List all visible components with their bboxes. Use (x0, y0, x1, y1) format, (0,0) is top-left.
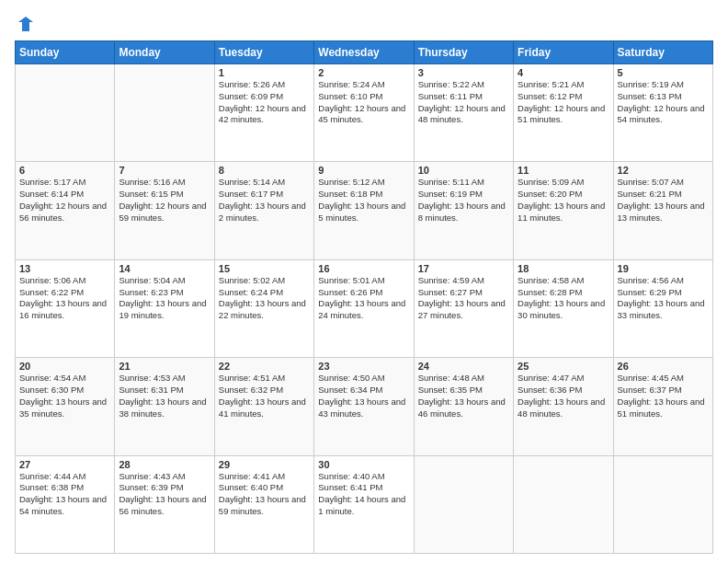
calendar-cell: 6Sunrise: 5:17 AM Sunset: 6:14 PM Daylig… (16, 162, 115, 259)
day-number: 30 (318, 459, 409, 470)
day-info: Sunrise: 4:53 AM Sunset: 6:31 PM Dayligh… (119, 373, 210, 419)
day-info: Sunrise: 4:45 AM Sunset: 6:37 PM Dayligh… (618, 373, 709, 419)
day-number: 25 (518, 361, 609, 372)
col-header-sunday: Sunday (16, 41, 115, 64)
col-header-tuesday: Tuesday (214, 41, 313, 64)
calendar-cell (613, 455, 712, 553)
day-number: 2 (318, 67, 409, 78)
day-info: Sunrise: 4:59 AM Sunset: 6:27 PM Dayligh… (418, 275, 509, 322)
day-number: 26 (618, 361, 709, 372)
calendar-cell: 20Sunrise: 4:54 AM Sunset: 6:30 PM Dayli… (16, 358, 115, 455)
day-number: 15 (219, 263, 310, 274)
calendar-week-1: 6Sunrise: 5:17 AM Sunset: 6:14 PM Daylig… (16, 162, 713, 259)
day-info: Sunrise: 5:26 AM Sunset: 6:09 PM Dayligh… (219, 79, 310, 126)
day-number: 18 (518, 263, 609, 274)
day-number: 12 (618, 165, 709, 176)
calendar-cell: 9Sunrise: 5:12 AM Sunset: 6:18 PM Daylig… (314, 162, 414, 259)
day-number: 24 (418, 361, 509, 372)
svg-marker-0 (18, 17, 33, 31)
day-info: Sunrise: 4:48 AM Sunset: 6:35 PM Dayligh… (418, 373, 509, 419)
day-info: Sunrise: 5:19 AM Sunset: 6:13 PM Dayligh… (618, 79, 709, 126)
day-info: Sunrise: 5:22 AM Sunset: 6:11 PM Dayligh… (418, 79, 509, 126)
logo-flag-icon (17, 15, 35, 33)
day-info: Sunrise: 5:02 AM Sunset: 6:24 PM Dayligh… (219, 275, 310, 322)
page: SundayMondayTuesdayWednesdayThursdayFrid… (0, 0, 728, 563)
calendar-cell: 1Sunrise: 5:26 AM Sunset: 6:09 PM Daylig… (214, 64, 313, 162)
day-info: Sunrise: 4:54 AM Sunset: 6:30 PM Dayligh… (19, 373, 110, 419)
day-info: Sunrise: 4:44 AM Sunset: 6:38 PM Dayligh… (19, 471, 110, 518)
day-info: Sunrise: 4:41 AM Sunset: 6:40 PM Dayligh… (219, 471, 310, 518)
calendar-cell: 23Sunrise: 4:50 AM Sunset: 6:34 PM Dayli… (314, 358, 414, 455)
day-number: 29 (219, 459, 310, 470)
calendar-cell: 24Sunrise: 4:48 AM Sunset: 6:35 PM Dayli… (414, 358, 513, 455)
calendar-cell: 15Sunrise: 5:02 AM Sunset: 6:24 PM Dayli… (214, 259, 313, 357)
calendar-cell: 7Sunrise: 5:16 AM Sunset: 6:15 PM Daylig… (115, 162, 214, 259)
col-header-friday: Friday (514, 41, 613, 64)
calendar-cell: 14Sunrise: 5:04 AM Sunset: 6:23 PM Dayli… (115, 259, 214, 357)
day-number: 4 (518, 67, 609, 78)
col-header-saturday: Saturday (613, 41, 712, 64)
calendar-cell: 18Sunrise: 4:58 AM Sunset: 6:28 PM Dayli… (514, 259, 613, 357)
calendar-cell: 2Sunrise: 5:24 AM Sunset: 6:10 PM Daylig… (314, 64, 414, 162)
day-info: Sunrise: 4:56 AM Sunset: 6:29 PM Dayligh… (618, 275, 709, 322)
day-info: Sunrise: 5:09 AM Sunset: 6:20 PM Dayligh… (518, 177, 609, 224)
calendar-week-4: 27Sunrise: 4:44 AM Sunset: 6:38 PM Dayli… (16, 455, 713, 553)
day-number: 14 (119, 263, 210, 274)
day-info: Sunrise: 4:40 AM Sunset: 6:41 PM Dayligh… (318, 471, 409, 518)
calendar-cell: 19Sunrise: 4:56 AM Sunset: 6:29 PM Dayli… (613, 259, 712, 357)
day-number: 6 (19, 165, 110, 176)
calendar-cell: 28Sunrise: 4:43 AM Sunset: 6:39 PM Dayli… (115, 455, 214, 553)
day-number: 11 (518, 165, 609, 176)
day-info: Sunrise: 5:04 AM Sunset: 6:23 PM Dayligh… (119, 275, 210, 322)
calendar-cell: 8Sunrise: 5:14 AM Sunset: 6:17 PM Daylig… (214, 162, 313, 259)
calendar-week-0: 1Sunrise: 5:26 AM Sunset: 6:09 PM Daylig… (16, 64, 713, 162)
calendar-cell (514, 455, 613, 553)
day-info: Sunrise: 5:11 AM Sunset: 6:19 PM Dayligh… (418, 177, 509, 224)
calendar-cell (16, 64, 115, 162)
day-info: Sunrise: 4:51 AM Sunset: 6:32 PM Dayligh… (219, 373, 310, 419)
calendar-header-row: SundayMondayTuesdayWednesdayThursdayFrid… (16, 41, 713, 64)
calendar-week-2: 13Sunrise: 5:06 AM Sunset: 6:22 PM Dayli… (16, 259, 713, 357)
day-info: Sunrise: 4:43 AM Sunset: 6:39 PM Dayligh… (119, 471, 210, 518)
calendar-cell: 26Sunrise: 4:45 AM Sunset: 6:37 PM Dayli… (613, 358, 712, 455)
day-info: Sunrise: 5:14 AM Sunset: 6:17 PM Dayligh… (219, 177, 310, 224)
col-header-wednesday: Wednesday (314, 41, 414, 64)
day-number: 3 (418, 67, 509, 78)
day-number: 8 (219, 165, 310, 176)
day-number: 16 (318, 263, 409, 274)
calendar-cell: 21Sunrise: 4:53 AM Sunset: 6:31 PM Dayli… (115, 358, 214, 455)
day-number: 20 (19, 361, 110, 372)
day-number: 17 (418, 263, 509, 274)
day-info: Sunrise: 5:01 AM Sunset: 6:26 PM Dayligh… (318, 275, 409, 322)
day-number: 21 (119, 361, 210, 372)
day-info: Sunrise: 5:12 AM Sunset: 6:18 PM Dayligh… (318, 177, 409, 224)
calendar-cell: 10Sunrise: 5:11 AM Sunset: 6:19 PM Dayli… (414, 162, 513, 259)
day-number: 19 (618, 263, 709, 274)
calendar-cell (115, 64, 214, 162)
calendar-cell: 3Sunrise: 5:22 AM Sunset: 6:11 PM Daylig… (414, 64, 513, 162)
day-number: 1 (219, 67, 310, 78)
day-info: Sunrise: 4:50 AM Sunset: 6:34 PM Dayligh… (318, 373, 409, 419)
day-info: Sunrise: 5:06 AM Sunset: 6:22 PM Dayligh… (19, 275, 110, 322)
calendar-cell: 17Sunrise: 4:59 AM Sunset: 6:27 PM Dayli… (414, 259, 513, 357)
day-number: 10 (418, 165, 509, 176)
day-number: 7 (119, 165, 210, 176)
day-info: Sunrise: 5:16 AM Sunset: 6:15 PM Dayligh… (119, 177, 210, 224)
day-number: 9 (318, 165, 409, 176)
col-header-monday: Monday (115, 41, 214, 64)
calendar-week-3: 20Sunrise: 4:54 AM Sunset: 6:30 PM Dayli… (16, 358, 713, 455)
day-number: 22 (219, 361, 310, 372)
day-number: 28 (119, 459, 210, 470)
day-number: 27 (19, 459, 110, 470)
calendar-cell (414, 455, 513, 553)
calendar-cell: 4Sunrise: 5:21 AM Sunset: 6:12 PM Daylig… (514, 64, 613, 162)
day-info: Sunrise: 5:21 AM Sunset: 6:12 PM Dayligh… (518, 79, 609, 126)
calendar-cell: 13Sunrise: 5:06 AM Sunset: 6:22 PM Dayli… (16, 259, 115, 357)
calendar-cell: 29Sunrise: 4:41 AM Sunset: 6:40 PM Dayli… (214, 455, 313, 553)
calendar-cell: 30Sunrise: 4:40 AM Sunset: 6:41 PM Dayli… (314, 455, 414, 553)
calendar-cell: 11Sunrise: 5:09 AM Sunset: 6:20 PM Dayli… (514, 162, 613, 259)
header (15, 15, 713, 33)
logo (15, 15, 35, 33)
day-info: Sunrise: 5:17 AM Sunset: 6:14 PM Dayligh… (19, 177, 110, 224)
day-number: 5 (618, 67, 709, 78)
